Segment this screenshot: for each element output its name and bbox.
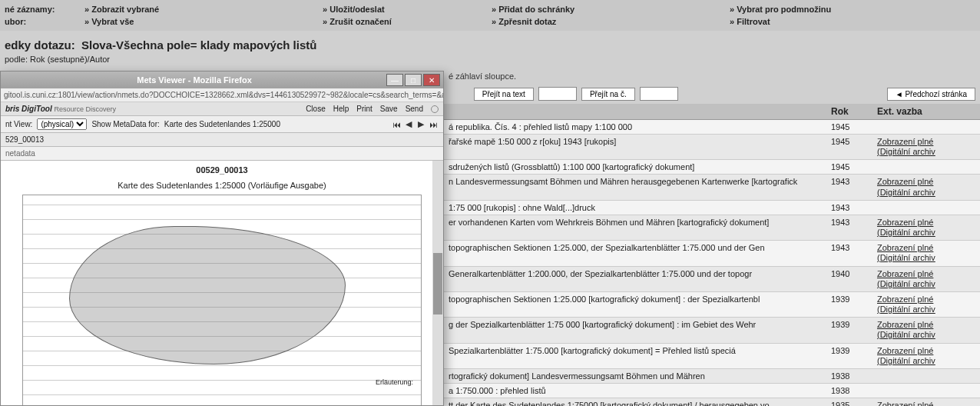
file-label: ubor: bbox=[0, 15, 77, 28]
pagination-row: Přejít na text Přejít na č. ◄ Předchozí … bbox=[444, 84, 980, 104]
table-row[interactable]: er vorhandenen Karten vom Wehrkreis Böhm… bbox=[444, 215, 980, 240]
ext-link-full[interactable]: Zobrazení plné bbox=[877, 320, 975, 330]
view-select[interactable]: (physical) bbox=[37, 118, 87, 130]
table-row[interactable]: tt der Karte des Sudetenlandes 1:75000 [… bbox=[444, 398, 980, 407]
row-title: á republika. Čís. 4 : přehled listů mapy… bbox=[444, 120, 826, 135]
digitool-sub: Resource Discovery bbox=[55, 105, 117, 113]
row-ext: Zobrazení plné(Digitální archiv bbox=[872, 266, 980, 291]
ext-link-full[interactable]: Zobrazení plné bbox=[877, 346, 975, 356]
ext-link-archive[interactable]: (Digitální archiv bbox=[877, 330, 975, 340]
table-row[interactable]: 1:75 000 [rukopis] : ohne Wald[...]druck… bbox=[444, 200, 980, 215]
ext-link-archive[interactable]: (Digitální archiv bbox=[877, 188, 975, 198]
ext-link-full[interactable]: Zobrazení plné bbox=[877, 401, 975, 406]
table-row[interactable]: Generalkartenblätter 1:200.000, der Spez… bbox=[444, 266, 980, 291]
viewer-send-link[interactable]: Send bbox=[406, 105, 423, 113]
viewer-save-link[interactable]: Save bbox=[380, 105, 398, 113]
row-ext bbox=[872, 369, 980, 384]
ext-link-full[interactable]: Zobrazení plné bbox=[877, 295, 975, 304]
link-save-send[interactable]: Uložit/odeslat bbox=[323, 5, 385, 14]
row-year: 1943 bbox=[826, 200, 872, 215]
ext-link-archive[interactable]: (Digitální archiv bbox=[877, 279, 975, 289]
row-year: 1945 bbox=[826, 160, 872, 175]
table-row[interactable]: a 1:750.000 : přehled listů1938 bbox=[444, 384, 980, 398]
map-legend-label: Erläuterung: bbox=[376, 378, 413, 386]
col-title[interactable] bbox=[444, 104, 826, 120]
row-year: 1939 bbox=[826, 291, 872, 317]
map-image: Erläuterung: bbox=[22, 195, 422, 405]
col-ext[interactable]: Ext. vazba bbox=[872, 104, 980, 120]
table-row[interactable]: topographischen Sektionen 1:25.000 [kart… bbox=[444, 291, 980, 317]
goto-number-button[interactable]: Přejít na č. bbox=[581, 88, 635, 101]
row-year: 1938 bbox=[826, 369, 872, 384]
ext-link-archive[interactable]: (Digitální archiv bbox=[877, 147, 975, 157]
row-year: 1943 bbox=[826, 175, 872, 200]
row-title: sdružených listů (Grossblattů) 1:100 000… bbox=[444, 160, 826, 175]
table-row[interactable]: topographischen Sektionen 1:25.000, der … bbox=[444, 241, 980, 266]
viewer-help-link[interactable]: Help bbox=[333, 105, 349, 113]
viewer-print-link[interactable]: Print bbox=[356, 105, 372, 113]
row-year: 1945 bbox=[826, 120, 872, 135]
table-row[interactable]: Spezialkartenblätter 1:75.000 [kartograf… bbox=[444, 343, 980, 368]
digitool-bar: bris DigiTool Resource Discovery Close H… bbox=[1, 102, 443, 116]
row-ext: Zobrazení plné(Digitální archiv bbox=[872, 291, 980, 317]
row-ext: Zobrazení plné(Digitální archiv bbox=[872, 175, 980, 200]
row-year: 1940 bbox=[826, 266, 872, 291]
link-select-subset[interactable]: Vybrat pro podmnožinu bbox=[730, 5, 831, 14]
row-ext: Zobrazení plné(Digitální archiv bbox=[872, 398, 980, 407]
table-row[interactable]: sdružených listů (Grossblattů) 1:100 000… bbox=[444, 160, 980, 175]
goto-text-input[interactable] bbox=[538, 87, 577, 101]
pager-first-icon[interactable]: ⏮ bbox=[391, 119, 402, 130]
ext-link-full[interactable]: Zobrazení plné bbox=[877, 177, 975, 187]
maximize-button[interactable]: □ bbox=[405, 74, 422, 86]
link-deselect[interactable]: Zrušit označení bbox=[323, 17, 392, 26]
scrollbar-vertical[interactable] bbox=[432, 161, 443, 405]
goto-text-button[interactable]: Přejít na text bbox=[474, 88, 534, 101]
table-row[interactable]: rtografický dokument] Landesvermessungsa… bbox=[444, 369, 980, 384]
ext-link-archive[interactable]: (Digitální archiv bbox=[877, 304, 975, 314]
link-refine-query[interactable]: Zpřesnit dotaz bbox=[492, 17, 556, 26]
table-row[interactable]: řařské mapě 1:50 000 z r[oku] 1943 [ruko… bbox=[444, 135, 980, 160]
row-ext bbox=[872, 384, 980, 398]
row-title: 1:75 000 [rukopis] : ohne Wald[...]druck bbox=[444, 200, 826, 215]
document-area[interactable]: 00529_00013 Karte des Sudetenlandes 1:25… bbox=[1, 161, 443, 405]
pager-next-icon[interactable]: ▶ bbox=[416, 119, 426, 130]
table-row[interactable]: n Landesvermessungsamt Böhmen und Mähren… bbox=[444, 175, 980, 200]
row-title: n Landesvermessungsamt Böhmen und Mähren… bbox=[444, 175, 826, 200]
ext-link-archive[interactable]: (Digitální archiv bbox=[877, 253, 975, 263]
records-label: né záznamy: bbox=[0, 3, 77, 15]
row-year: 1938 bbox=[826, 384, 872, 398]
close-button[interactable]: ✕ bbox=[423, 74, 440, 86]
url-bar[interactable]: gitool.is.cuni.cz:1801/view/action/nmets… bbox=[1, 88, 443, 102]
ext-link-full[interactable]: Zobrazení plné bbox=[877, 218, 975, 228]
pager-last-icon[interactable]: ⏭ bbox=[428, 119, 439, 130]
prev-page-button[interactable]: ◄ Předchozí stránka bbox=[887, 88, 975, 101]
viewer-close-link[interactable]: Close bbox=[306, 105, 326, 113]
link-filter[interactable]: Filtrovat bbox=[730, 17, 770, 26]
ext-link-archive[interactable]: (Digitální archiv bbox=[877, 356, 975, 366]
status-dot-icon bbox=[431, 105, 439, 113]
map-caption: Karte des Sudetenlandes 1:25000 (Vorläuf… bbox=[1, 179, 443, 191]
row-year: 1945 bbox=[826, 135, 872, 160]
ext-link-full[interactable]: Zobrazení plné bbox=[877, 269, 975, 279]
window-titlebar[interactable]: Mets Viewer - Mozilla Firefox — □ ✕ bbox=[1, 72, 443, 88]
row-year: 1943 bbox=[826, 215, 872, 240]
table-row[interactable]: g der Spezialkartenblätter 1:75 000 [kar… bbox=[444, 318, 980, 343]
row-ext: Zobrazení plné(Digitální archiv bbox=[872, 343, 980, 368]
row-title: řařské mapě 1:50 000 z r[oku] 1943 [ruko… bbox=[444, 135, 826, 160]
ext-link-full[interactable]: Zobrazení plné bbox=[877, 243, 975, 253]
top-toolbar: né záznamy: Zobrazit vybrané Uložit/odes… bbox=[0, 0, 980, 31]
digitool-brand: bris DigiTool bbox=[5, 105, 52, 113]
col-year[interactable]: Rok bbox=[826, 104, 872, 120]
link-select-all[interactable]: Vybrat vše bbox=[84, 17, 134, 26]
table-row[interactable]: á republika. Čís. 4 : přehled listů mapy… bbox=[444, 120, 980, 135]
goto-number-input[interactable] bbox=[640, 87, 678, 101]
scrollbar-thumb[interactable] bbox=[433, 253, 442, 314]
link-add-clipboard[interactable]: Přidat do schránky bbox=[492, 5, 574, 14]
id-bar: 529_00013 bbox=[1, 133, 443, 147]
row-ext: Zobrazení plné(Digitální archiv bbox=[872, 215, 980, 240]
pager-prev-icon[interactable]: ◀ bbox=[403, 119, 414, 130]
ext-link-archive[interactable]: (Digitální archiv bbox=[877, 228, 975, 238]
ext-link-full[interactable]: Zobrazení plné bbox=[877, 137, 975, 147]
minimize-button[interactable]: — bbox=[386, 74, 403, 86]
link-show-selected[interactable]: Zobrazit vybrané bbox=[84, 5, 159, 14]
